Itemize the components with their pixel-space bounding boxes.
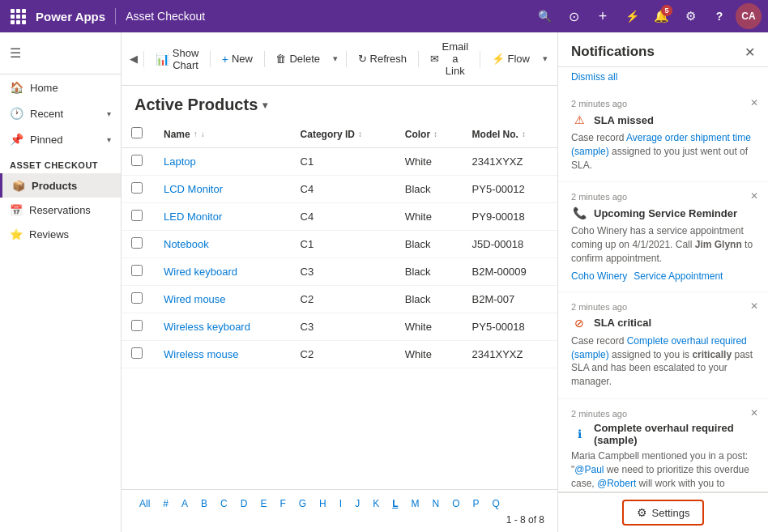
flow-dropdown-icon[interactable]: ▾ [540, 50, 551, 67]
row-model-cell: 2341XYXZ [463, 148, 557, 176]
product-name-link[interactable]: Notebook [164, 238, 209, 250]
view-title-text: Active Products [134, 96, 258, 114]
pagination-item[interactable]: # [158, 496, 173, 511]
col-header-name[interactable]: Name ↑ ↓ [154, 121, 291, 148]
pagination-item[interactable]: I [335, 496, 347, 511]
col-header-color[interactable]: Color ↕ [395, 121, 463, 148]
notif-at-paul[interactable]: @Paul [574, 464, 604, 475]
model-sort-icon: ↕ [522, 130, 526, 138]
sidebar-item-recent[interactable]: 🕐 Recent ▾ [0, 100, 121, 126]
pagination-item[interactable]: All [134, 496, 155, 511]
product-name-link[interactable]: Wired keyboard [164, 266, 237, 278]
row-model-cell: PY5-00018 [463, 313, 557, 341]
row-color-cell: White [395, 313, 463, 341]
apps-grid-icon[interactable] [6, 5, 29, 28]
notif-at-robert[interactable]: @Robert [597, 478, 636, 489]
row-checkbox[interactable] [131, 237, 143, 249]
environment-icon-btn[interactable]: ⊙ [561, 3, 587, 29]
row-category-cell: C2 [291, 341, 395, 368]
row-checkbox[interactable] [131, 320, 143, 331]
avatar[interactable]: CA [736, 3, 762, 29]
show-chart-button[interactable]: 📊 Show Chart [149, 44, 206, 74]
delete-dropdown-icon[interactable]: ▾ [330, 50, 341, 67]
new-button[interactable]: + New [215, 49, 259, 69]
view-title: Active Products ▾ [134, 96, 544, 114]
sidebar-pinned-label: Pinned [30, 134, 62, 146]
pagination-item[interactable]: G [294, 496, 311, 511]
select-all-checkbox[interactable] [131, 127, 143, 138]
notifications-panel: Notifications ✕ Dismiss all 2 minutes ag… [557, 32, 768, 532]
back-button[interactable]: ◀ [128, 48, 139, 70]
table-row: Wired mouse C2 Black B2M-007 [122, 286, 557, 313]
topbar: Power Apps Asset Checkout 🔍 ⊙ + ⚡ 🔔 5 ⚙ … [0, 0, 768, 32]
bell-icon-btn[interactable]: 🔔 5 [648, 3, 674, 29]
pagination-item[interactable]: C [215, 496, 233, 511]
refresh-button[interactable]: ↻ Refresh [352, 49, 414, 68]
pagination-item[interactable]: F [275, 496, 290, 511]
product-name-link[interactable]: Wireless keyboard [164, 321, 250, 333]
col-header-model[interactable]: Model No. ↕ [463, 121, 557, 148]
row-checkbox[interactable] [131, 292, 143, 304]
table-row: LCD Monitor C4 Black PY5-00012 [122, 176, 557, 203]
notifications-list: 2 minutes ago ✕ ⚠ SLA missed Case record… [558, 89, 768, 492]
notif-item-close-button[interactable]: ✕ [750, 300, 758, 312]
pagination-item[interactable]: M [406, 496, 424, 511]
notif-item-header: 📞 Upcoming Service Reminder [571, 205, 755, 221]
sidebar-item-pinned[interactable]: 📌 Pinned ▾ [0, 126, 121, 152]
pagination-item[interactable]: J [350, 496, 365, 511]
product-name-link[interactable]: Wired mouse [164, 293, 226, 305]
row-checkbox[interactable] [131, 155, 143, 166]
pagination-item[interactable]: P [468, 496, 484, 511]
add-icon-btn[interactable]: + [590, 3, 616, 29]
notif-action-service[interactable]: Service Appointment [634, 270, 723, 282]
row-checkbox[interactable] [131, 182, 143, 194]
row-checkbox[interactable] [131, 347, 143, 359]
row-checkbox[interactable] [131, 265, 143, 276]
notif-item-close-button[interactable]: ✕ [750, 190, 758, 202]
pagination-item[interactable]: L [387, 496, 403, 511]
help-icon-btn[interactable]: ? [706, 3, 732, 29]
notif-body: Case record Average order shipment time … [571, 131, 755, 172]
dismiss-all-button[interactable]: Dismiss all [571, 71, 617, 83]
product-name-link[interactable]: LED Monitor [164, 211, 222, 223]
notif-item-close-button[interactable]: ✕ [750, 407, 758, 419]
pagination-item[interactable]: N [427, 496, 444, 511]
pagination-item[interactable]: Q [488, 496, 505, 511]
notif-item-header: ⚠ SLA missed [571, 112, 755, 128]
hamburger-icon[interactable]: ☰ [0, 39, 121, 67]
settings-icon-btn[interactable]: ⚙ [677, 3, 703, 29]
col-header-category[interactable]: Category ID ↕ [291, 121, 395, 148]
sidebar-item-reviews[interactable]: ⭐ Reviews [0, 222, 121, 246]
email-link-button[interactable]: ✉ Email a Link [424, 37, 476, 80]
search-icon-btn[interactable]: 🔍 [531, 3, 557, 29]
notif-link-1[interactable]: Average order shipment time (sample) [571, 132, 751, 157]
sidebar-item-home[interactable]: 🏠 Home [0, 74, 121, 100]
pagination-item[interactable]: D [236, 496, 253, 511]
table-row: Wireless mouse C2 White 2341XYXZ [122, 341, 557, 368]
view-title-dropdown-icon[interactable]: ▾ [262, 100, 267, 111]
sidebar-item-products[interactable]: 📦 Products [0, 173, 121, 198]
flow-label: Flow [508, 53, 530, 65]
notif-item-close-button[interactable]: ✕ [750, 97, 758, 109]
pagination-item[interactable]: B [196, 496, 212, 511]
notif-action-coho[interactable]: Coho Winery [571, 270, 627, 282]
settings-button[interactable]: ⚙ Settings [622, 500, 705, 526]
product-name-link[interactable]: LCD Monitor [164, 183, 223, 195]
product-name-link[interactable]: Laptop [164, 155, 196, 168]
flow-button[interactable]: ⚡ Flow [485, 49, 536, 68]
row-checkbox[interactable] [131, 210, 143, 221]
pagination-item[interactable]: E [255, 496, 271, 511]
pagination-item[interactable]: K [368, 496, 384, 511]
row-color-cell: Black [395, 231, 463, 258]
row-name-cell: LED Monitor [154, 203, 291, 231]
pagination-item[interactable]: A [177, 496, 193, 511]
sort-desc-icon: ↓ [201, 130, 205, 138]
pagination-item[interactable]: H [314, 496, 331, 511]
notifications-close-button[interactable]: ✕ [745, 45, 755, 60]
filter-icon-btn[interactable]: ⚡ [619, 3, 645, 29]
row-checkbox-cell [122, 341, 154, 368]
sidebar-item-reservations[interactable]: 📅 Reservations [0, 198, 121, 222]
product-name-link[interactable]: Wireless mouse [164, 348, 238, 360]
pagination-item[interactable]: O [447, 496, 464, 511]
delete-button[interactable]: 🗑 Delete [269, 49, 326, 68]
